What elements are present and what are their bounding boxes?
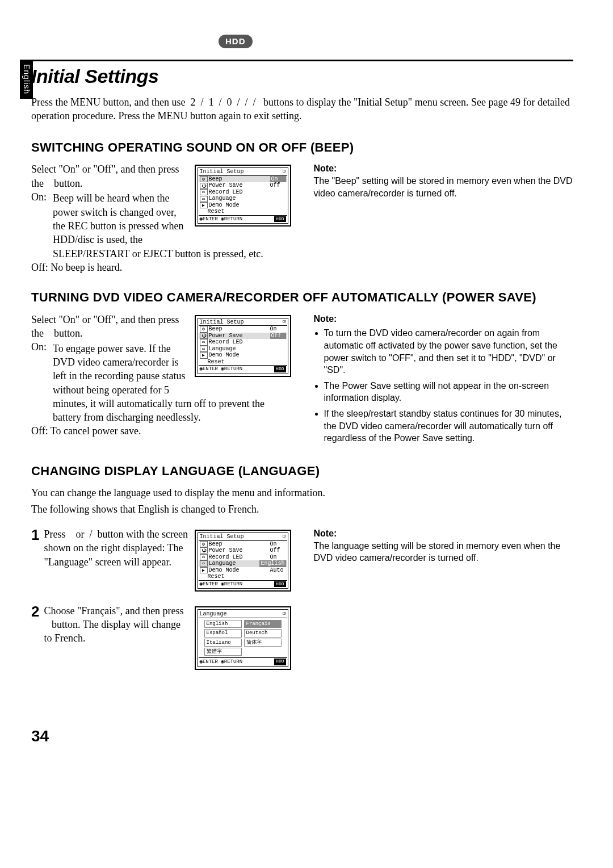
menu-item: Power Save (209, 182, 243, 189)
language-intro1: You can change the language used to disp… (31, 486, 573, 500)
lang-option: Deutsch (244, 629, 282, 637)
menu-item: Beep (209, 326, 222, 333)
menu-item: Record LED (209, 554, 243, 561)
menu-value: Off (270, 333, 286, 339)
menu-item: Reset (208, 573, 225, 580)
menu-value: Off (270, 547, 286, 554)
lang-option-selected: Français (244, 620, 282, 628)
footer-enter: ENTER (203, 366, 218, 372)
powersave-notes-list: To turn the DVD video camera/recorder on… (324, 327, 574, 444)
menu-item: Power Save (209, 547, 243, 554)
menu-icon: ▭ (200, 560, 208, 567)
lang-option: 繁體字 (204, 648, 242, 656)
menu-item: Language (209, 195, 236, 202)
menu-item: Reset (208, 208, 225, 215)
language-tab: English (20, 60, 33, 99)
footer-hdd: HDD (274, 216, 285, 222)
menu-icon: ⚙ (200, 176, 208, 182)
camera-icon: ⊡ (283, 169, 285, 175)
lang-option: English (204, 620, 242, 628)
section-beep-heading: SWITCHING OPERATING SOUND ON OR OFF (BEE… (31, 139, 573, 156)
menu-icon: ⏻ (200, 333, 208, 339)
menu-value: On (270, 554, 286, 561)
page-number: 34 (31, 726, 573, 747)
menu-item: Beep (209, 541, 222, 548)
footer-return: RETURN (224, 659, 242, 665)
footer-return: RETURN (224, 216, 242, 222)
step-2-number: 2 (31, 604, 39, 619)
on-label: On: (31, 341, 47, 353)
powersave-off-text: To cancel power save. (51, 425, 141, 437)
beep-note-text: The "Beep" setting will be stored in mem… (314, 175, 574, 199)
menu-screenshot-language: Initial Setup⊡ ⚙BeepOn ⏻Power SaveOff ▭R… (195, 530, 291, 592)
footer-hdd: HDD (274, 366, 285, 372)
footer-enter: ENTER (203, 659, 218, 665)
note-label: Note: (314, 313, 574, 325)
menu-icon: ▭ (200, 339, 208, 345)
note-label: Note: (314, 527, 574, 540)
list-item: The Power Save setting will not appear i… (324, 380, 574, 404)
menu-item: Language (209, 346, 236, 353)
section-powersave-heading: TURNING DVD VIDEO CAMERA/RECORDER OFF AU… (31, 289, 573, 306)
menu-title: Initial Setup (200, 169, 244, 175)
step-1-number: 1 (31, 527, 39, 542)
menu-icon: ⚙ (200, 326, 208, 332)
list-item: To turn the DVD video camera/recorder on… (324, 327, 574, 376)
off-label: Off: (31, 425, 48, 437)
list-item: If the sleep/restart standby status cont… (324, 408, 574, 445)
lang-menu-title: Language (200, 610, 227, 618)
menu-item: Demo Mode (209, 567, 240, 574)
menu-screenshot-powersave: Initial Setup⊡ ⚙BeepOn ⏻Power SaveOff ▭R… (195, 315, 291, 377)
footer-hdd: HDD (274, 581, 285, 587)
menu-icon: ▭ (200, 196, 208, 202)
lang-option: 简体字 (244, 639, 282, 647)
menu-item: Record LED (209, 189, 243, 196)
menu-icon: ▭ (200, 189, 208, 195)
top-rule (31, 60, 573, 61)
menu-title: Initial Setup (200, 534, 244, 540)
language-note-text: The language setting will be stored in m… (314, 540, 574, 564)
footer-return: RETURN (224, 366, 242, 372)
menu-value: On (270, 176, 286, 183)
lang-option: Español (204, 629, 242, 637)
menu-title: Initial Setup (200, 319, 244, 326)
beep-off-text: No beep is heard. (51, 262, 122, 273)
language-intro2: The following shows that English is chan… (31, 502, 573, 516)
menu-item: Record LED (209, 339, 243, 346)
menu-value: Auto (270, 567, 286, 574)
menu-item: Demo Mode (209, 202, 240, 209)
menu-icon: ⏻ (200, 547, 208, 553)
menu-screenshot-beep: Initial Setup⊡ ⚙BeepOn ⏻Power SaveOff ▭R… (195, 165, 291, 227)
camera-icon: ⊡ (283, 610, 285, 618)
menu-icon: ⚙ (200, 541, 208, 547)
menu-item: Beep (209, 176, 222, 183)
menu-icon: ▭ (200, 554, 208, 560)
menu-item: Reset (208, 359, 225, 366)
footer-enter: ENTER (203, 216, 218, 222)
section-language-heading: CHANGING DISPLAY LANGUAGE (LANGUAGE) (31, 463, 573, 480)
intro-paragraph: Press the MENU button, and then use 2 / … (31, 95, 573, 123)
lang-option: Italiano (204, 639, 242, 647)
menu-item: Power Save (209, 333, 243, 339)
footer-hdd: HDD (274, 659, 285, 665)
menu-icon: ▶ (200, 202, 208, 208)
footer-enter: ENTER (203, 581, 218, 587)
off-label: Off: (31, 262, 48, 273)
menu-value: On (270, 541, 286, 548)
on-label: On: (31, 191, 47, 203)
menu-value: On (270, 326, 286, 333)
language-menu-screenshot: Language⊡ English Français Español Deuts… (195, 606, 291, 670)
menu-icon: ⏻ (200, 183, 208, 189)
menu-value: Off (270, 182, 286, 189)
camera-icon: ⊡ (283, 319, 285, 326)
menu-item: Demo Mode (209, 352, 240, 359)
menu-value: English (259, 560, 285, 567)
hdd-badge: HDD (219, 35, 253, 48)
menu-icon: ▶ (200, 352, 208, 358)
footer-return: RETURN (224, 581, 242, 587)
note-label: Note: (314, 162, 574, 175)
camera-icon: ⊡ (283, 534, 285, 540)
page-title: Initial Settings (31, 64, 573, 90)
menu-item: Language (209, 560, 236, 567)
menu-icon: ▭ (200, 346, 208, 352)
